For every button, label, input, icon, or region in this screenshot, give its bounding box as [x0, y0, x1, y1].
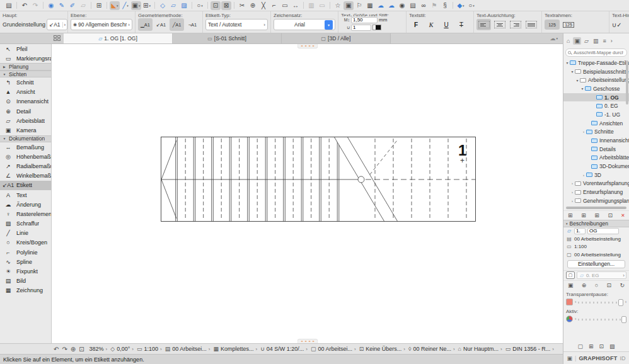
italic-button[interactable]: K: [424, 19, 438, 30]
tree-item[interactable]: › Vorentwurfsplanung: [563, 179, 629, 188]
tree-item[interactable]: 0. EG: [563, 101, 629, 110]
view-forward-icon[interactable]: ↷: [62, 346, 67, 353]
image-icon[interactable]: ▤▾: [408, 1, 418, 10]
delete-icon[interactable]: ×: [621, 212, 625, 219]
settings-button[interactable]: Einstellungen...: [567, 260, 625, 268]
tree-item[interactable]: Innenansichten: [563, 136, 629, 145]
web-icon[interactable]: ◉▾: [397, 1, 407, 10]
transparency-slider[interactable]: [578, 302, 623, 304]
text-frame-on-button[interactable]: 125: [561, 20, 576, 30]
tool-hoehenbemassung[interactable]: ◎ Höhenbemaßung: [0, 152, 51, 161]
model-view-options[interactable]: ▢ 00 Arbeitsei... ›: [311, 346, 356, 352]
trace-color-swatch[interactable]: [566, 299, 573, 305]
view-map-icon[interactable]: ▣: [573, 37, 581, 45]
palette-drag-handle[interactable]: [297, 44, 318, 48]
tool-innenansicht[interactable]: ⊙ Innenansicht: [0, 97, 51, 106]
graphisoft-id-bar[interactable]: ▣ | GRAPHISOFT ID: [563, 351, 629, 364]
trace-reference-icon[interactable]: ▣: [568, 282, 574, 288]
slider-knob[interactable]: [621, 316, 626, 323]
layout-book-icon[interactable]: ▱: [583, 37, 590, 45]
tab-s01-schnitt[interactable]: ▭ [S-01 Schnitt]: [173, 33, 282, 43]
trim-icon[interactable]: ✂▾: [237, 1, 247, 10]
fillet-icon[interactable]: ⌐▾: [269, 1, 279, 10]
orientation[interactable]: ◇ 0,00° ›: [110, 346, 134, 352]
tree-expand-icon[interactable]: ▾: [565, 60, 570, 65]
label-method-associative-button[interactable]: ▁A1: [138, 18, 153, 31]
stretch-icon[interactable]: ↔▾: [291, 1, 301, 10]
tab-3d-alle[interactable]: ▢ [3D / Alle]: [282, 33, 391, 43]
switch-reference-icon[interactable]: ⊡: [607, 282, 612, 288]
guide-lines-icon[interactable]: ◣▾: [110, 1, 120, 10]
scale[interactable]: ▭ 1:100 ›: [137, 346, 162, 352]
grid-snap-icon[interactable]: ⊞▾: [142, 1, 152, 10]
saved-views-icon[interactable]: ▣▾: [343, 1, 354, 10]
zoom-level[interactable]: 382% ›: [88, 346, 108, 352]
tree-scrollbar[interactable]: [626, 60, 628, 105]
bold-button[interactable]: F: [409, 19, 423, 30]
tool-fixpunkt[interactable]: ☀ Fixpunkt: [0, 266, 51, 276]
slider-knob[interactable]: [618, 299, 623, 306]
tool-zeichnung[interactable]: ▦ Zeichnung: [0, 286, 51, 295]
underline-button[interactable]: U: [439, 19, 453, 30]
publisher-icon[interactable]: ▥: [592, 37, 600, 45]
tree-expand-icon[interactable]: ›: [570, 190, 575, 194]
flag-icon[interactable]: ⚐▾: [354, 1, 364, 10]
distribute-icon[interactable]: ▭▾: [317, 1, 327, 10]
tree-expand-icon[interactable]: ›: [581, 173, 586, 177]
align-icon[interactable]: ▥▾: [306, 1, 316, 10]
editing-plane-icon[interactable]: ▱▾: [168, 1, 178, 10]
tree-item[interactable]: ▾ Arbeitseinstellung: [563, 76, 629, 84]
pen-color-swatch[interactable]: [372, 25, 381, 30]
select-element-icon[interactable]: ◉▾: [46, 1, 56, 10]
graphic-override[interactable]: ⊡ Keine Übers... ›: [359, 346, 405, 352]
trace-reference-combo[interactable]: ▱ 0. EG ›: [577, 271, 626, 279]
tool-detail[interactable]: ⊕ Detail: [0, 106, 51, 116]
search-input[interactable]: [572, 49, 625, 56]
tree-item[interactable]: › Genehmigungsplan: [563, 196, 629, 205]
tool-linie[interactable]: ╱ Linie: [0, 229, 51, 238]
render-settings-icon[interactable]: ○▾: [466, 1, 476, 10]
zoom-box-icon[interactable]: ⊡: [79, 346, 84, 353]
strikethrough-button[interactable]: T: [454, 19, 468, 30]
align-justify-button[interactable]: [524, 19, 539, 30]
section-planung[interactable]: ▶ Planung: [0, 63, 51, 71]
schedule-icon[interactable]: ▦▾: [365, 1, 375, 10]
redo-icon[interactable]: ↷▾: [30, 1, 40, 10]
navigator-menu-icon[interactable]: ≡: [601, 37, 607, 45]
render-preview-icon[interactable]: ◆▾: [456, 1, 466, 10]
tool-bemassung[interactable]: ↔ Bemaßung: [0, 142, 51, 152]
tab-1-og[interactable]: ▱ 1. OG [1. OG]: [64, 33, 173, 43]
beschreibungen-header[interactable]: ▾ Beschreibungen: [563, 220, 629, 227]
default-settings-button[interactable]: ↙A1 ›: [47, 19, 67, 30]
favorites-star-icon[interactable]: ☆▾: [333, 1, 343, 10]
groups-icon[interactable]: ⊡▾: [211, 1, 221, 10]
tool-radialbemassung[interactable]: ↗ Radialbemaßung: [0, 161, 51, 171]
tree-item[interactable]: ▾ Geschosse: [563, 84, 629, 93]
rebuild-icon[interactable]: ↻: [620, 282, 625, 288]
save-icon[interactable]: ▤▾: [4, 1, 14, 10]
story-number-input[interactable]: [574, 228, 586, 234]
snap-reference-icon[interactable]: ╱▾: [120, 1, 130, 10]
morph-icon[interactable]: ▱▾: [78, 1, 88, 10]
text-background-icon[interactable]: ∪✓: [612, 21, 622, 28]
tool-bild[interactable]: ▤ Bild: [0, 276, 51, 286]
tool-text[interactable]: A Text: [0, 190, 51, 200]
palette-1-icon[interactable]: ▢: [577, 343, 583, 350]
tool-etikett[interactable]: ↙A1 Etikett: [0, 181, 51, 190]
active-color-swatch[interactable]: [566, 316, 573, 322]
label-method-simple-button[interactable]: ↙A1: [154, 18, 168, 31]
clip-icon[interactable]: §▾: [440, 1, 450, 10]
tree-expand-icon[interactable]: ▾: [575, 78, 580, 82]
text-frame-off-button[interactable]: 125: [545, 20, 560, 30]
marquee-frame-icon[interactable]: ⊞▾: [94, 1, 104, 10]
move-reference-icon[interactable]: ⊕: [582, 282, 587, 288]
trace-toggle-icon[interactable]: ▢: [566, 271, 575, 279]
gravity-icon[interactable]: ◇▾: [158, 1, 168, 10]
tree-horizontal-scrollbar[interactable]: [566, 207, 626, 209]
pen-number-input[interactable]: [351, 25, 371, 31]
drawing-canvas[interactable]: 1 +: [52, 44, 563, 343]
offset-icon[interactable]: ▭▾: [280, 1, 290, 10]
tool-pfeil[interactable]: ↖ Pfeil: [0, 44, 51, 54]
snap-points-icon[interactable]: ▣▾: [131, 1, 141, 10]
tool-schnitt[interactable]: ↰ Schnitt: [0, 77, 51, 87]
